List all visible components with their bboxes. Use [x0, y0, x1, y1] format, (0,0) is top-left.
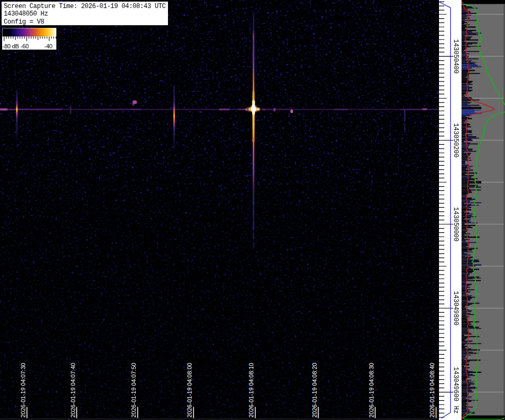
svg-text:143049800: 143049800 — [452, 291, 459, 325]
svg-text:143049600: 143049600 — [452, 367, 459, 401]
svg-text:143050200: 143050200 — [452, 123, 459, 157]
svg-text:2026-01-19 04:08:40: 2026-01-19 04:08:40 — [429, 363, 435, 417]
svg-text:2026-01-19 04:07:30: 2026-01-19 04:07:30 — [20, 363, 26, 417]
svg-text:Hz: Hz — [452, 406, 459, 414]
svg-text:2026-01-19 04:07:50: 2026-01-19 04:07:50 — [130, 363, 137, 417]
svg-text:2026-01-19 04:08:10: 2026-01-19 04:08:10 — [248, 363, 254, 417]
svg-text:Screen Capture Time: 2026-01-1: Screen Capture Time: 2026-01-19 04:08:43… — [4, 3, 166, 10]
svg-text:Config = V8: Config = V8 — [4, 18, 45, 26]
svg-text:2026-01-19 04:08:20: 2026-01-19 04:08:20 — [311, 363, 318, 417]
svg-text:2026-01-19 04:07:40: 2026-01-19 04:07:40 — [70, 363, 76, 417]
svg-text:-40: -40 — [45, 43, 53, 49]
svg-text:143048050 Hz: 143048050 Hz — [4, 10, 48, 18]
svg-text:2026-01-19 04:08:30: 2026-01-19 04:08:30 — [368, 363, 375, 417]
svg-text:143050000: 143050000 — [452, 207, 459, 241]
svg-text:2026-01-19 04:08:00: 2026-01-19 04:08:00 — [186, 363, 193, 417]
svg-text:143050400: 143050400 — [452, 39, 459, 73]
svg-text:-80 dB -60: -80 dB -60 — [3, 43, 29, 49]
